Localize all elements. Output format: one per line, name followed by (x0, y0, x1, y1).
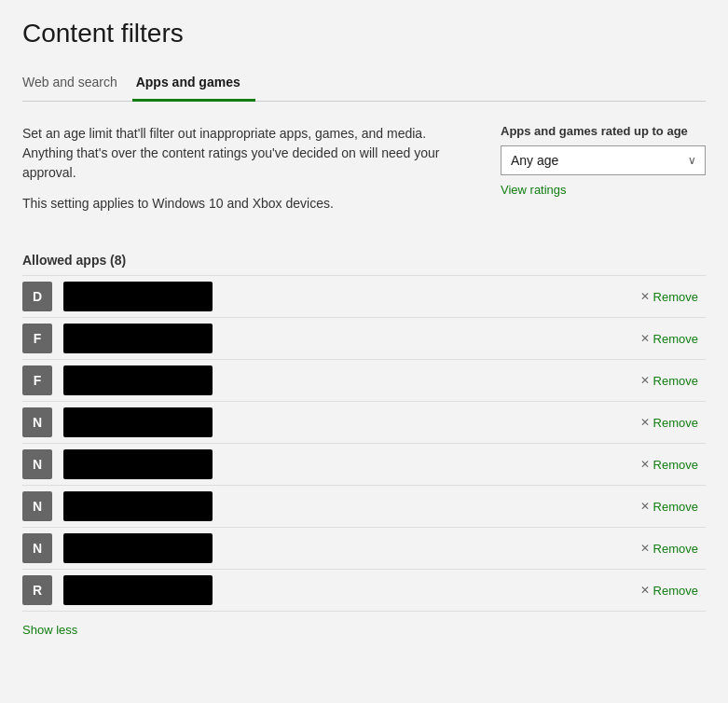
remove-x-icon: ✕ (640, 458, 650, 471)
tab-web-search[interactable]: Web and search (22, 67, 132, 102)
app-row: R✕Remove (22, 570, 706, 612)
tab-apps-games[interactable]: Apps and games (132, 67, 255, 102)
remove-label: Remove (653, 500, 698, 514)
app-name-redacted (63, 365, 213, 395)
app-avatar: N (22, 533, 52, 563)
apps-list: D✕RemoveF✕RemoveF✕RemoveN✕RemoveN✕Remove… (22, 275, 706, 612)
remove-button[interactable]: ✕Remove (633, 412, 706, 434)
age-filter-section: Apps and games rated up to age Any age 3… (501, 124, 706, 225)
app-avatar: R (22, 575, 52, 605)
remove-label: Remove (653, 416, 698, 430)
view-ratings-link[interactable]: View ratings (501, 183, 567, 197)
app-name-redacted (63, 533, 213, 563)
app-avatar: D (22, 282, 52, 311)
remove-button[interactable]: ✕Remove (633, 328, 706, 350)
app-row: N✕Remove (22, 528, 706, 570)
remove-button[interactable]: ✕Remove (633, 538, 706, 559)
remove-button[interactable]: ✕Remove (633, 370, 706, 392)
remove-label: Remove (653, 458, 698, 472)
content-area: Set an age limit that'll filter out inap… (22, 124, 706, 225)
app-name-redacted (63, 324, 213, 353)
remove-x-icon: ✕ (640, 374, 650, 387)
app-avatar: F (22, 365, 52, 395)
show-less-link[interactable]: Show less (22, 623, 77, 637)
age-filter-label: Apps and games rated up to age (501, 124, 706, 138)
app-name-redacted (63, 282, 213, 311)
app-row: N✕Remove (22, 444, 706, 486)
remove-x-icon: ✕ (640, 290, 650, 303)
app-row: F✕Remove (22, 318, 706, 360)
app-row: F✕Remove (22, 360, 706, 402)
app-avatar: N (22, 449, 52, 479)
remove-x-icon: ✕ (640, 500, 650, 513)
app-row: D✕Remove (22, 276, 706, 318)
remove-label: Remove (653, 374, 698, 388)
remove-x-icon: ✕ (640, 332, 650, 345)
remove-button[interactable]: ✕Remove (633, 580, 706, 601)
app-name-redacted (63, 407, 213, 437)
tabs-container: Web and search Apps and games (22, 67, 706, 102)
app-avatar: N (22, 491, 52, 521)
app-avatar: F (22, 324, 52, 353)
app-row: N✕Remove (22, 402, 706, 444)
remove-label: Remove (653, 542, 698, 556)
app-name-redacted (63, 575, 213, 605)
remove-button[interactable]: ✕Remove (633, 286, 706, 308)
description-para1: Set an age limit that'll filter out inap… (22, 124, 463, 183)
description-section: Set an age limit that'll filter out inap… (22, 124, 463, 225)
app-name-redacted (63, 491, 213, 521)
remove-button[interactable]: ✕Remove (633, 496, 706, 517)
app-avatar: N (22, 407, 52, 437)
remove-label: Remove (653, 332, 698, 346)
description-para2: This setting applies to Windows 10 and X… (22, 194, 463, 214)
page-title: Content filters (22, 19, 706, 48)
app-name-redacted (63, 449, 213, 479)
remove-x-icon: ✕ (640, 416, 650, 429)
remove-label: Remove (653, 290, 698, 304)
remove-x-icon: ✕ (640, 542, 650, 555)
allowed-apps-header: Allowed apps (8) (22, 253, 706, 268)
age-dropdown-wrapper: Any age 3+ 7+ 12+ 16+ 18+ ∨ (501, 145, 706, 175)
age-dropdown[interactable]: Any age 3+ 7+ 12+ 16+ 18+ (501, 145, 706, 175)
remove-label: Remove (653, 584, 698, 598)
remove-x-icon: ✕ (640, 584, 650, 597)
app-row: N✕Remove (22, 486, 706, 528)
remove-button[interactable]: ✕Remove (633, 454, 706, 476)
allowed-apps-section: Allowed apps (8) D✕RemoveF✕RemoveF✕Remov… (22, 253, 706, 638)
